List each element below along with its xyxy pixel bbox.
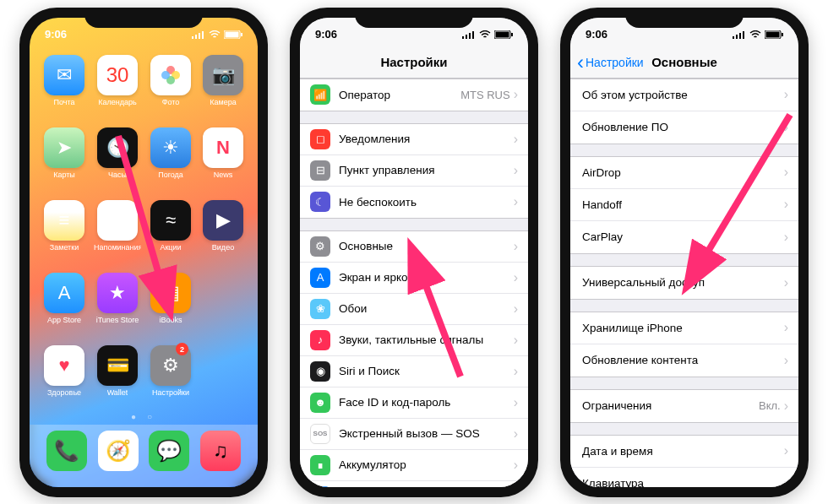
app-Календарь[interactable]: 30Календарь xyxy=(94,55,141,117)
row-Handoff[interactable]: Handoff› xyxy=(570,189,798,221)
row-Звуки, тактильные сигналы[interactable]: ♪Звуки, тактильные сигналы› xyxy=(300,325,528,356)
page-indicator: ● ○ xyxy=(30,409,258,425)
row-Обои[interactable]: ❀Обои› xyxy=(300,294,528,325)
row-Конфиденциальность[interactable]: ✋Конфиденциальность› xyxy=(300,481,528,487)
row-Siri и Поиск[interactable]: ◉Siri и Поиск› xyxy=(300,356,528,387)
battery-icon xyxy=(765,30,783,39)
row-Пункт управления[interactable]: ⊟Пункт управления› xyxy=(300,155,528,187)
app-empty xyxy=(200,273,246,335)
app-Wallet[interactable]: 💳Wallet xyxy=(94,345,141,408)
app-Фото[interactable]: Фото xyxy=(148,55,193,117)
chevron-right-icon: › xyxy=(514,87,518,102)
app-Видео[interactable]: ▶Видео xyxy=(200,200,246,263)
back-button[interactable]: Настройки xyxy=(577,56,644,69)
dock-phone[interactable]: 📞 xyxy=(46,431,87,471)
app-iBooks[interactable]: ▤iBooks xyxy=(148,273,193,335)
row-Клавиатура[interactable]: Клавиатура› xyxy=(570,468,798,487)
chevron-right-icon: › xyxy=(784,398,788,414)
row-Хранилище iPhone[interactable]: Хранилище iPhone› xyxy=(570,312,798,344)
row-icon: ☻ xyxy=(310,393,330,413)
svg-rect-21 xyxy=(736,35,738,39)
row-icon: ♪ xyxy=(310,330,330,350)
chevron-right-icon: › xyxy=(514,301,518,317)
svg-rect-17 xyxy=(496,31,509,37)
app-Часы[interactable]: 🕙Часы xyxy=(94,127,141,190)
app-label: Здоровье xyxy=(47,388,81,397)
row-Не беспокоить[interactable]: ☾Не беспокоить› xyxy=(300,187,528,218)
row-Дата и время[interactable]: Дата и время› xyxy=(570,436,798,468)
notch xyxy=(625,8,744,28)
app-label: Камера xyxy=(210,98,236,106)
row-icon: ⊟ xyxy=(310,160,330,181)
notch xyxy=(355,8,473,28)
app-Почта[interactable]: ✉Почта xyxy=(41,55,87,117)
svg-rect-26 xyxy=(782,33,783,36)
app-Здоровье[interactable]: ♥Здоровье xyxy=(41,345,87,408)
chevron-right-icon: › xyxy=(784,443,788,458)
row-Оператор[interactable]: 📶ОператорMTS RUS› xyxy=(300,79,528,111)
app-label: Календарь xyxy=(98,98,136,106)
app-Погода[interactable]: ☀Погода xyxy=(148,127,193,190)
app-Напоминания[interactable]: •Напоминания xyxy=(94,200,141,263)
app-Карты[interactable]: ➤Карты xyxy=(41,127,87,190)
battery-icon xyxy=(224,30,242,39)
app-iTunes Store[interactable]: ★iTunes Store xyxy=(94,273,141,335)
svg-rect-6 xyxy=(241,33,242,36)
svg-rect-14 xyxy=(469,33,471,39)
row-label: Аккумулятор xyxy=(339,458,514,471)
app-label: iTunes Store xyxy=(96,316,139,324)
row-AirDrop[interactable]: AirDrop› xyxy=(570,157,798,189)
general-group: Об этом устройстве›Обновление ПО› xyxy=(570,79,798,144)
row-value: Вкл. xyxy=(759,399,781,412)
status-time: 9:06 xyxy=(315,28,337,41)
app-Заметки[interactable]: ≡Заметки xyxy=(41,200,87,263)
row-Уведомления[interactable]: ◻Уведомления› xyxy=(300,124,528,155)
chevron-right-icon: › xyxy=(514,395,518,410)
chevron-right-icon: › xyxy=(514,333,518,348)
app-label: Карты xyxy=(53,171,75,179)
dock-music[interactable]: ♫ xyxy=(200,431,241,471)
app-App Store[interactable]: AApp Store xyxy=(41,273,87,335)
general-group: Дата и время›Клавиатура› xyxy=(570,435,798,487)
settings-group: 📶ОператорMTS RUS› xyxy=(300,79,528,111)
dock-safari[interactable]: 🧭 xyxy=(98,431,139,471)
status-time: 9:06 xyxy=(45,28,67,41)
general-list[interactable]: Об этом устройстве›Обновление ПО›AirDrop… xyxy=(570,79,798,487)
app-Настройки[interactable]: ⚙2Настройки xyxy=(148,345,193,408)
row-Обновление контента[interactable]: Обновление контента› xyxy=(570,344,798,377)
row-Face ID и код-пароль[interactable]: ☻Face ID и код-пароль› xyxy=(300,387,528,419)
row-label: CarPlay xyxy=(582,230,784,243)
chevron-right-icon: › xyxy=(784,320,788,335)
row-Аккумулятор[interactable]: ∎Аккумулятор› xyxy=(300,450,528,481)
status-icons xyxy=(733,30,783,39)
app-News[interactable]: NNews xyxy=(200,127,246,190)
row-Экстренный вызов — SOS[interactable]: SOSЭкстренный вызов — SOS› xyxy=(300,419,528,450)
signal-icon xyxy=(192,30,205,39)
phone-general: 9:06 Настройки Основные Об этом устройст… xyxy=(560,8,809,497)
row-Об этом устройстве[interactable]: Об этом устройстве› xyxy=(570,79,798,111)
row-label: AirDrop xyxy=(582,166,784,179)
dock-messages[interactable]: 💬 xyxy=(149,431,189,471)
app-Камера[interactable]: 📷Камера xyxy=(200,55,246,117)
row-icon: ☾ xyxy=(310,192,330,212)
status-icons xyxy=(462,30,513,39)
app-label: Заметки xyxy=(50,243,79,252)
row-Основные[interactable]: ⚙Основные› xyxy=(300,231,528,263)
svg-rect-13 xyxy=(466,35,467,39)
row-Универсальный доступ[interactable]: Универсальный доступ› xyxy=(570,267,798,299)
settings-screen: Настройки 📶ОператорMTS RUS›◻Уведомления›… xyxy=(300,18,528,487)
signal-icon xyxy=(462,30,476,39)
settings-list[interactable]: 📶ОператорMTS RUS›◻Уведомления›⊟Пункт упр… xyxy=(300,79,528,487)
phone-home: 9:06 ✉Почта30КалендарьФото📷Камера➤Карты🕙… xyxy=(19,8,268,497)
dock: 📞🧭💬♫ xyxy=(30,425,258,487)
general-group: ОграниченияВкл.› xyxy=(570,389,798,423)
row-Экран и яркость[interactable]: AЭкран и яркость› xyxy=(300,263,528,294)
app-label: News xyxy=(214,171,233,179)
row-Обновление ПО[interactable]: Обновление ПО› xyxy=(570,111,798,144)
svg-rect-0 xyxy=(192,36,193,39)
svg-rect-20 xyxy=(733,36,734,39)
row-Ограничения[interactable]: ОграниченияВкл.› xyxy=(570,390,798,422)
row-label: Оператор xyxy=(339,89,460,101)
row-CarPlay[interactable]: CarPlay› xyxy=(570,221,798,253)
app-Акции[interactable]: ≈Акции xyxy=(148,200,193,263)
